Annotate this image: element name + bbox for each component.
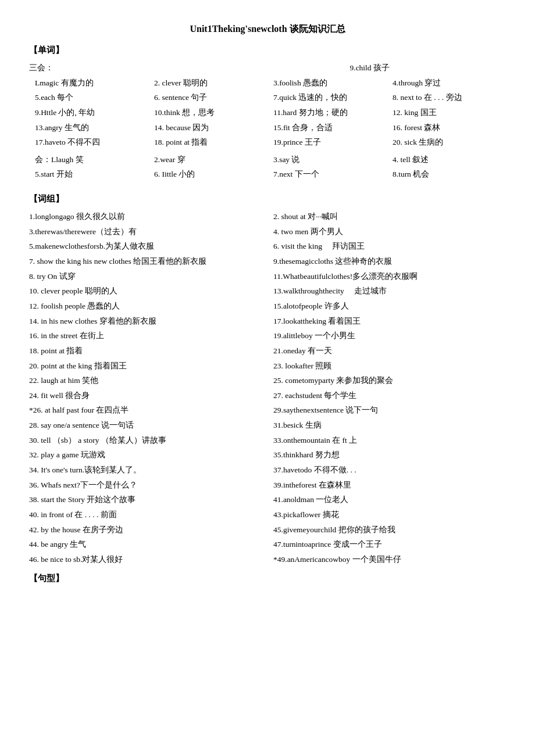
- phrase-item: 20. point at the king 指着国王: [29, 359, 262, 374]
- phrase-item: 38. start the Story 开始这个故事: [29, 492, 262, 507]
- phrase-item: 14. in his new clothes 穿着他的新衣服: [29, 314, 262, 329]
- vocab-item: 20. sick 生病的: [393, 135, 506, 150]
- phrase-item: 22. laugh at him 笑他: [29, 373, 262, 388]
- phrase-item: 40. in front of 在 . . . . 前面: [29, 507, 262, 522]
- vocab-item: 14. because 因为: [154, 120, 268, 135]
- vocab-item: 8.turn 机会: [393, 167, 506, 182]
- phrase-item: 44. be angry 生气: [29, 537, 262, 552]
- phrase-item: 7. show the king his new clothes 给国王看他的新…: [29, 254, 262, 269]
- vocab-header: 【单词】: [29, 45, 506, 56]
- phrase-item: 15.alotofpeople 许多人: [273, 299, 506, 314]
- phrase-item: 4. two men 两个男人: [273, 224, 506, 239]
- vocab-item: 5.start 开始: [35, 167, 148, 182]
- vocab-item: 16. forest 森林: [393, 120, 506, 135]
- phrase-item: 18. point at 指着: [29, 343, 262, 359]
- vocab-item: 2.wear 穿: [154, 152, 268, 167]
- vocab-item: 18. point at 指着: [154, 135, 268, 150]
- phrase-item: 47.turnintoaprince 变成一个王子: [273, 537, 506, 552]
- vocab-item: 11.hard 努力地；硬的: [273, 105, 387, 120]
- sentence-header: 【句型】: [29, 574, 64, 583]
- vocab-item: 7.next 下一个: [273, 167, 387, 182]
- vocab-item: 17.haveto 不得不四: [35, 135, 148, 150]
- vocab-item: 19.prince 王子: [273, 135, 387, 150]
- phrase-item: 35.thinkhard 努力想: [273, 447, 506, 463]
- vocab-item: 6. sentence 句子: [154, 90, 268, 105]
- vocab-item: 3.say 说: [273, 152, 387, 167]
- phrase-item: 33.onthemountain 在 ft 上: [273, 433, 506, 448]
- sanhui-label: 三会：: [29, 60, 54, 76]
- vocab-item: 3.foolish 愚蠢的: [273, 76, 387, 91]
- phrase-item: 6. visit the king 拜访国王: [273, 239, 506, 254]
- vocab-item: 8. next to 在 . . . 旁边: [393, 90, 506, 105]
- phrase-item: 24. fit well 很合身: [29, 388, 262, 403]
- phrase-item: 45.givemeyourchild 把你的孩子给我: [273, 522, 506, 538]
- vocab-item: 4.through 穿过: [393, 76, 506, 91]
- phrase-item: 29.saythenextsentence 说下一句: [273, 403, 506, 418]
- phrase-item: 46. be nice to sb.对某人很好: [29, 552, 262, 567]
- phrases-header: 【词组】: [29, 194, 506, 205]
- phrase-item: 3.therewas/therewere（过去）有: [29, 224, 262, 239]
- phrase-item: *26. at half past four 在四点半: [29, 403, 262, 418]
- phrase-item: 17.lookattheking 看着国王: [273, 314, 506, 329]
- phrase-item: 34. It's one's turn.该轮到某人了。: [29, 463, 262, 478]
- phrase-item: 9.thesemagiccloths 这些神奇的衣服: [273, 254, 506, 269]
- phrase-item: 16. in the street 在街上: [29, 328, 262, 343]
- phrase-item: 19.alittleboy 一个小男生: [273, 328, 506, 343]
- phrase-item: 1.longlongago 很久很久以前: [29, 209, 262, 224]
- vocab-item: 6. Iittle 小的: [154, 167, 268, 182]
- child-item: 9.child 孩子: [350, 60, 390, 76]
- phrase-item: 5.makenewclothesforsb.为某人做衣服: [29, 239, 262, 254]
- phrase-item: 21.oneday 有一天: [273, 343, 506, 359]
- phrase-item: 13.walkthroughthecity 走过城市: [273, 284, 506, 299]
- hui-label: 会：Llaugh 笑: [35, 152, 148, 167]
- vocab-item: 10.think 想，思考: [154, 105, 268, 120]
- phrase-item: 41.anoldman 一位老人: [273, 492, 506, 507]
- phrase-item: *49.anAmericancowboy 一个美国牛仔: [273, 552, 506, 567]
- vocab-item: 15.fit 合身，合适: [273, 120, 387, 135]
- phrases-section: 【词组】 1.longlongago 很久很久以前 2. shout at 对·…: [29, 194, 506, 567]
- phrase-item: 11.Whatbeautifulclothes!多么漂亮的衣服啊: [273, 269, 506, 284]
- phrase-item: 36. Whafs next?下一个是什么？: [29, 478, 262, 493]
- page-title: Unit1Theking'snewcloth 谈阮知识汇总: [29, 23, 506, 35]
- vocab-section: 【单词】 三会： 9.child 孩子 Lmagic 有魔力的 2. cleve…: [29, 45, 506, 182]
- phrase-item: 2. shout at 对···喊叫: [273, 209, 506, 224]
- phrase-item: 23. lookafter 照顾: [273, 359, 506, 374]
- phrase-item: 39.intheforest 在森林里: [273, 478, 506, 493]
- vocab-item: 12. king 国王: [393, 105, 506, 120]
- phrase-item: 10. clever people 聪明的人: [29, 284, 262, 299]
- vocab-item: 7.quick 迅速的，快的: [273, 90, 387, 105]
- vocab-item: 2. clever 聪明的: [154, 76, 268, 91]
- phrase-item: 12. foolish people 愚蠢的人: [29, 299, 262, 314]
- vocab-item: 4. tell 叙述: [393, 152, 506, 167]
- vocab-item: Lmagic 有魔力的: [35, 76, 148, 91]
- phrase-item: 28. say one/a sentence 说一句话: [29, 418, 262, 433]
- phrase-item: 43.pickaflower 摘花: [273, 507, 506, 522]
- phrase-item: 42. by the house 在房子旁边: [29, 522, 262, 538]
- phrase-item: 25. cometomyparty 来参加我的聚会: [273, 373, 506, 388]
- phrase-item: 37.havetodo 不得不做. . .: [273, 463, 506, 478]
- vocab-item: 13.angry 生气的: [35, 120, 148, 135]
- phrase-item: 27. eachstudent 每个学生: [273, 388, 506, 403]
- phrase-item: 30. tell （sb） a story （给某人）讲故事: [29, 433, 262, 448]
- vocab-item: 5.each 每个: [35, 90, 148, 105]
- phrase-item: 31.besick 生病: [273, 418, 506, 433]
- vocab-item: 9.Httle 小的, 年幼: [35, 105, 148, 120]
- phrase-item: 32. play a game 玩游戏: [29, 447, 262, 463]
- phrase-item: 8. try On 试穿: [29, 269, 262, 284]
